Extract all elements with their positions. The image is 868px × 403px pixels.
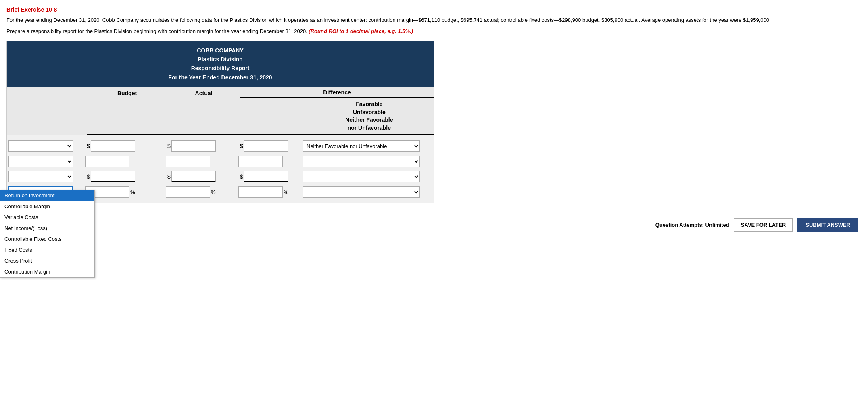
row4-actual-input[interactable]	[166, 186, 210, 198]
report-type: Responsibility Report	[10, 64, 430, 73]
row3-diff-type-cell: Neither Favorable nor Unfavorable Favora…	[303, 171, 432, 182]
dropdown-item-net-income[interactable]: Net Income/(Loss)	[0, 223, 94, 234]
row2-diff-type-select[interactable]: Neither Favorable nor Unfavorable Favora…	[303, 156, 420, 167]
row1-budget-cell: $	[85, 140, 166, 152]
row2-diff-type-cell: Neither Favorable nor Unfavorable Favora…	[303, 156, 432, 167]
footer: Question Attempts: Unlimited SAVE FOR LA…	[6, 211, 862, 238]
row1-actual-input[interactable]	[171, 140, 216, 152]
row1-budget-input[interactable]	[91, 140, 135, 152]
row3-label-select[interactable]: Return on Investment Controllable Margin…	[8, 171, 73, 182]
report-header: COBB COMPANY Plastics Division Responsib…	[7, 41, 434, 87]
row4-actual-percent: %	[211, 189, 216, 195]
page-container: Brief Exercise 10-8 For the year ending …	[6, 6, 862, 238]
report-table: COBB COMPANY Plastics Division Responsib…	[6, 41, 434, 204]
row4-diff-type-select[interactable]: Neither Favorable nor Unfavorable Favora…	[303, 186, 420, 198]
row3-budget-input[interactable]	[91, 171, 135, 182]
col-actual-header: Actual	[167, 87, 240, 135]
diff-sub-headers: FavorableUnfavorableNeither Favorablenor…	[240, 98, 434, 135]
exercise-title: Brief Exercise 10-8	[6, 6, 862, 13]
row4-diff-amount-cell: %	[238, 186, 303, 198]
row4-actual-cell: %	[166, 186, 238, 198]
row3-diff-dollar: $	[240, 173, 243, 180]
table-row: Return on Investment Controllable Margin…	[7, 154, 434, 169]
diff-section: Difference FavorableUnfavorableNeither F…	[240, 87, 434, 135]
dropdown-item-fixed-costs[interactable]: Fixed Costs	[0, 244, 94, 245]
row1-budget-dollar: $	[87, 143, 90, 149]
row1-label-cell: Return on Investment Controllable Margin…	[8, 140, 85, 152]
row3-actual-dollar: $	[167, 173, 171, 180]
dropdown-item-controllable-fixed[interactable]: Controllable Fixed Costs	[0, 234, 94, 244]
dropdown-item-controllable-margin[interactable]: Controllable Margin	[0, 201, 94, 212]
exercise-description: For the year ending December 31, 2020, C…	[6, 16, 862, 24]
spacer	[7, 87, 87, 135]
instruction-bold: (Round ROI to 1 decimal place, e.g. 1.5%…	[309, 28, 413, 34]
row2-diff-amount-cell	[238, 156, 303, 167]
company-name: COBB COMPANY	[10, 46, 430, 55]
row4-diff-input[interactable]	[238, 186, 283, 198]
col-budget-header: Budget	[87, 87, 167, 135]
row3-diff-amount-cell: $	[238, 171, 303, 182]
row2-actual-cell	[166, 156, 238, 167]
row4-budget-cell: %	[85, 186, 166, 198]
division-name: Plastics Division	[10, 55, 430, 64]
row1-diff-type-cell: Neither Favorable nor Unfavorable Favora…	[303, 140, 432, 152]
row4-diff-type-cell: Neither Favorable nor Unfavorable Favora…	[303, 186, 432, 198]
diff-title: Difference	[240, 87, 434, 98]
row1-diff-amount-cell: $	[238, 140, 303, 152]
dropdown-selected-item[interactable]: Return on Investment	[0, 190, 94, 201]
row1-label-select[interactable]: Return on Investment Controllable Margin…	[8, 140, 73, 152]
save-for-later-button[interactable]: SAVE FOR LATER	[734, 218, 793, 232]
dropdown-overlay: Return on Investment Controllable Margin…	[0, 190, 95, 245]
row4-diff-percent: %	[284, 189, 288, 195]
column-headers: Budget Actual Difference FavorableUnfavo…	[7, 87, 434, 135]
row1-diff-input[interactable]	[244, 140, 288, 152]
table-row: Return on Investment Controllable Margin…	[7, 169, 434, 184]
dropdown-item-variable-costs[interactable]: Variable Costs	[0, 212, 94, 223]
row1-diff-dollar: $	[240, 143, 243, 149]
row3-actual-input[interactable]	[171, 171, 216, 182]
row1-actual-dollar: $	[167, 143, 171, 149]
instruction-text: Prepare a responsibility report for the …	[6, 28, 307, 34]
row2-label-select[interactable]: Return on Investment Controllable Margin…	[8, 156, 73, 167]
question-attempts-label: Question Attempts: Unlimited	[655, 222, 729, 228]
submit-answer-button[interactable]: SUBMIT ANSWER	[797, 218, 858, 232]
report-period: For the Year Ended December 31, 2020	[10, 73, 430, 82]
table-row: Return on Investment Controllable Margin…	[7, 138, 434, 154]
diff-amount-header	[240, 98, 305, 135]
row3-budget-cell: $	[85, 171, 166, 182]
row2-diff-input[interactable]	[238, 156, 283, 167]
row1-diff-type-select[interactable]: Neither Favorable nor Unfavorable Favora…	[303, 140, 420, 152]
row3-diff-input[interactable]	[244, 171, 288, 182]
diff-type-header: FavorableUnfavorableNeither Favorablenor…	[305, 98, 434, 135]
row4-budget-percent: %	[130, 189, 135, 195]
row3-label-cell: Return on Investment Controllable Margin…	[8, 171, 85, 182]
row3-actual-cell: $	[166, 171, 238, 182]
row3-budget-dollar: $	[87, 173, 90, 180]
row2-actual-input[interactable]	[166, 156, 210, 167]
row2-label-cell: Return on Investment Controllable Margin…	[8, 156, 85, 167]
row2-budget-input[interactable]	[85, 156, 129, 167]
row1-actual-cell: $	[166, 140, 238, 152]
row3-diff-type-select[interactable]: Neither Favorable nor Unfavorable Favora…	[303, 171, 420, 182]
exercise-instruction: Prepare a responsibility report for the …	[6, 28, 862, 34]
row2-budget-cell	[85, 156, 166, 167]
